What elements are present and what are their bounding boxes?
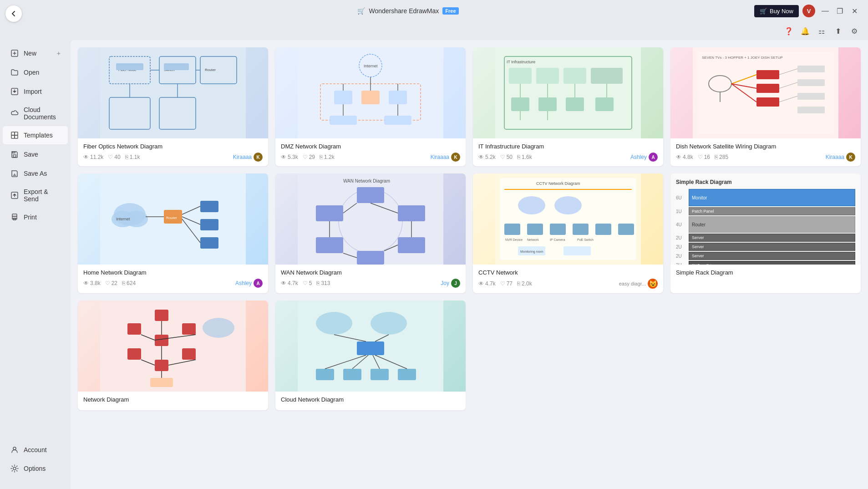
eye-icon: 👁 (83, 154, 89, 160)
svg-rect-131 (182, 323, 196, 335)
views-cctv: 👁 4.7k (478, 280, 496, 287)
svg-rect-124 (563, 246, 591, 255)
sidebar-item-import[interactable]: Import (3, 82, 68, 101)
sidebar: New + Open Import Cloud Documents Temp (0, 40, 71, 489)
card-title-home: Home Network Diagram (83, 269, 263, 276)
sidebar-item-options[interactable]: Options (3, 459, 68, 478)
copies-dmz: ⎘ 1.2k (320, 154, 335, 160)
buy-now-button[interactable]: 🛒 Buy Now (754, 5, 799, 17)
template-card-it[interactable]: IT Infrastructure (473, 47, 663, 166)
sidebar-item-open[interactable]: Open (3, 63, 68, 82)
sidebar-item-saveas[interactable]: Save As (3, 164, 68, 183)
new-icon (10, 49, 19, 58)
eye-icon-dish: 👁 (676, 154, 681, 160)
template-card-cctv[interactable]: CCTV Network Diagram (473, 173, 663, 293)
toolbar: ❓ 🔔 ⚏ ⬆ ⚙ (0, 22, 868, 40)
views-wan: 👁 4.7k (281, 280, 298, 286)
card-info-net9: Cloud Network Diagram (275, 392, 466, 410)
thumbnail-cctv: CCTV Network Diagram (473, 173, 663, 265)
avatar[interactable]: V (802, 5, 815, 17)
copy-icon-home: ⎘ (122, 280, 125, 286)
card-title-rack: Simple Rack Diagram (676, 269, 855, 276)
svg-rect-55 (538, 97, 557, 111)
svg-rect-85 (200, 201, 218, 212)
likes-dish: ♡ 16 (698, 154, 710, 160)
svg-rect-5 (15, 135, 18, 138)
svg-rect-150 (398, 369, 416, 380)
svg-rect-33 (361, 91, 380, 104)
template-card-wan[interactable]: WAN Network Diagram (275, 173, 466, 293)
minimize-button[interactable]: — (819, 5, 832, 17)
svg-rect-132 (127, 348, 141, 360)
notification-icon[interactable]: 🔔 (799, 25, 812, 37)
template-card-net9[interactable]: Cloud Network Diagram (275, 301, 466, 410)
card-title-cctv: CCTV Network (478, 269, 658, 276)
svg-rect-129 (155, 360, 168, 371)
sidebar-item-cloud[interactable]: Cloud Documents (3, 102, 68, 125)
settings-icon[interactable]: ⚙ (848, 25, 861, 37)
svg-rect-148 (343, 369, 361, 380)
sidebar-item-save[interactable]: Save (3, 145, 68, 163)
svg-rect-99 (316, 237, 343, 253)
heart-icon-cctv: ♡ (500, 280, 505, 287)
template-card-home[interactable]: Internet Router Home Network Dia (78, 173, 268, 293)
views-home: 👁 3.8k (83, 280, 101, 286)
svg-rect-115 (550, 224, 566, 235)
sidebar-item-account-label: Account (24, 446, 47, 453)
template-card-dmz[interactable]: Internet (275, 47, 466, 166)
options-icon (10, 464, 19, 473)
svg-rect-48 (563, 68, 586, 84)
template-card-fiber[interactable]: Fiber Node Switch Router Fiber Optics Ne… (78, 47, 268, 166)
likes-fiber: ♡ 40 (108, 154, 120, 160)
svg-text:NVR Device: NVR Device (505, 238, 523, 241)
svg-rect-118 (618, 224, 634, 235)
upload-icon[interactable]: ⬆ (832, 25, 844, 37)
svg-rect-97 (398, 237, 425, 253)
card-info-it: IT Infrastructure Diagram 👁 5.2k ♡ 50 ⎘ (473, 138, 663, 166)
back-button[interactable] (5, 5, 22, 22)
svg-point-144 (316, 312, 352, 335)
svg-point-145 (371, 312, 407, 335)
copies-wan: ⎘ 313 (316, 280, 330, 286)
svg-rect-7 (13, 152, 15, 153)
template-card-dish[interactable]: SEVEN TVs - 3 HOPPER + 1 JOEY DISH SETUP (670, 47, 861, 166)
sidebar-item-print[interactable]: Print (3, 208, 68, 226)
svg-point-134 (203, 318, 234, 338)
svg-point-12 (13, 467, 16, 470)
cart-icon: 🛒 (357, 7, 365, 15)
sidebar-item-options-label: Options (24, 465, 46, 472)
help-icon[interactable]: ❓ (782, 25, 795, 37)
sidebar-item-new[interactable]: New + (3, 44, 68, 62)
card-title-net8: Network Diagram (83, 396, 263, 403)
template-grid: Fiber Node Switch Router Fiber Optics Ne… (78, 47, 861, 410)
restore-button[interactable]: ❐ (833, 5, 846, 17)
author-avatar-wan: J (451, 279, 460, 288)
sidebar-item-account[interactable]: Account (3, 441, 68, 459)
sidebar-item-print-label: Print (24, 214, 37, 221)
svg-rect-149 (371, 369, 389, 380)
copy-icon-dish: ⎘ (715, 154, 718, 160)
card-meta-dmz: 👁 5.3k ♡ 29 ⎘ 1.2k Kiraaaa (281, 153, 460, 162)
author-avatar-dish: K (846, 153, 855, 162)
sidebar-item-export[interactable]: Export & Send (3, 183, 68, 207)
sidebar-item-templates[interactable]: Templates (3, 126, 68, 144)
templates-icon (10, 131, 19, 140)
template-card-rack[interactable]: Simple Rack Diagram 6U 1U 4U 2U 2U 2U 2U… (670, 173, 861, 293)
eye-icon-it: 👁 (478, 154, 484, 160)
svg-rect-32 (334, 91, 352, 104)
svg-rect-2 (11, 132, 15, 135)
card-info-dish: Dish Network Satellite Wiring Diagram 👁 … (670, 138, 861, 166)
thumbnail-fiber: Fiber Node Switch Router (78, 47, 268, 138)
author-avatar-home: A (254, 279, 263, 288)
svg-text:IP Camera: IP Camera (550, 238, 565, 241)
apps-icon[interactable]: ⚏ (815, 25, 828, 37)
sidebar-bottom: Account Options (0, 440, 71, 485)
svg-rect-6 (13, 155, 16, 157)
copy-icon-cctv: ⎘ (517, 280, 520, 287)
template-card-net8[interactable]: Network Diagram (78, 301, 268, 410)
svg-rect-95 (357, 187, 384, 203)
card-title-dish: Dish Network Satellite Wiring Diagram (676, 143, 855, 150)
close-button[interactable]: ✕ (848, 5, 861, 17)
author-avatar-it: A (649, 153, 658, 162)
svg-rect-130 (127, 323, 141, 335)
